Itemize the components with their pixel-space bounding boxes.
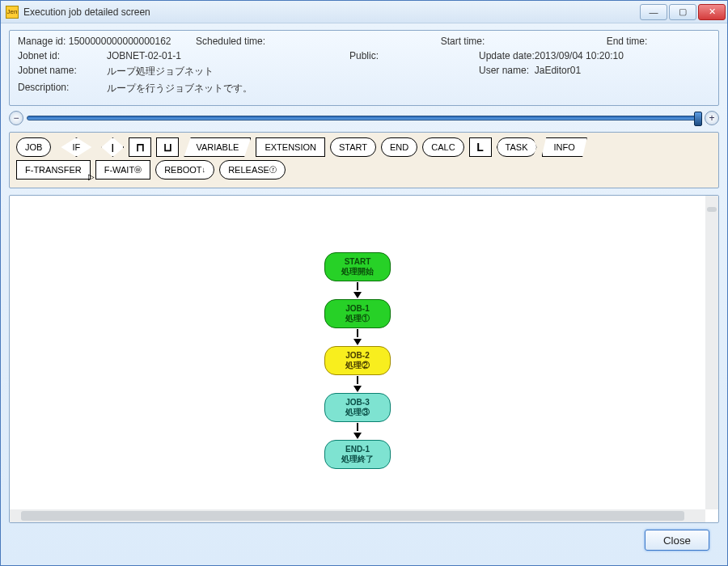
window-buttons: — ▢ ✕ xyxy=(640,4,726,20)
maximize-button[interactable]: ▢ xyxy=(669,4,696,20)
footer: Close xyxy=(9,523,719,557)
horizontal-scrollbar[interactable] xyxy=(10,509,705,522)
minimize-button[interactable]: — xyxy=(640,4,667,20)
jobnet-name-value: ループ処理ジョブネット xyxy=(107,65,214,78)
flow-node-start[interactable]: START処理開始 xyxy=(324,252,391,281)
palette-reboot[interactable]: REBOOT↓ xyxy=(155,160,214,180)
palette-info[interactable]: INFO xyxy=(542,137,587,157)
close-button[interactable]: Close xyxy=(645,530,709,551)
palette-fwait[interactable]: F-WAITⓦ xyxy=(95,160,150,180)
titlebar[interactable]: Jen Execution job detailed screen — ▢ ✕ xyxy=(1,1,727,23)
update-date-label: Update date: xyxy=(479,50,535,61)
palette-if[interactable]: IF xyxy=(56,137,96,157)
palette-end[interactable]: END xyxy=(381,137,417,157)
update-date-value: 2013/09/04 10:20:10 xyxy=(535,50,624,61)
manage-id-label: Manage id: xyxy=(18,36,66,47)
flow-connector xyxy=(353,423,362,439)
palette-variable[interactable]: VARIABLE xyxy=(184,137,251,157)
description-value: ループを行うジョブネットです。 xyxy=(107,82,252,95)
window-close-button[interactable]: ✕ xyxy=(698,4,726,20)
jobnet-name-label: Jobnet name: xyxy=(18,65,77,78)
palette-join-icon[interactable]: ⊔ xyxy=(156,137,179,157)
start-time-label: Start time: xyxy=(441,36,485,47)
jobnet-id-value: JOBNET-02-01-1 xyxy=(107,50,181,61)
vertical-scrollbar[interactable] xyxy=(705,196,718,509)
flow-node-job-1[interactable]: JOB-1処理① xyxy=(324,299,391,328)
palette-start[interactable]: START xyxy=(330,137,376,157)
app-window: Jen Execution job detailed screen — ▢ ✕ … xyxy=(0,0,728,566)
slider-minus-button[interactable]: − xyxy=(9,111,23,125)
end-time-label: End time: xyxy=(607,36,648,47)
palette-extension[interactable]: EXTENSION xyxy=(256,137,325,157)
public-label: Public: xyxy=(349,50,379,61)
palette-fork-icon[interactable]: ⊓ xyxy=(129,137,151,157)
description-label: Description: xyxy=(18,82,69,95)
slider-plus-button[interactable]: + xyxy=(705,111,719,125)
flow-diagram: START処理開始JOB-1処理①JOB-2処理②JOB-3処理③END-1処理… xyxy=(324,252,391,469)
flow-canvas[interactable]: START処理開始JOB-1処理①JOB-2処理②JOB-3処理③END-1処理… xyxy=(9,195,719,523)
palette-release[interactable]: RELEASEⓡ xyxy=(219,160,286,180)
palette-ftransfer[interactable]: F-TRANSFER▷ xyxy=(16,160,91,180)
node-palette: JOB IF | ⊓ ⊔ VARIABLE EXTENSION START EN… xyxy=(9,132,719,188)
palette-calc[interactable]: CALC xyxy=(422,137,463,157)
slider-thumb[interactable] xyxy=(694,112,702,126)
flow-connector xyxy=(353,376,362,392)
timeline-slider[interactable]: − + xyxy=(9,111,719,125)
user-name-value: JaEditor01 xyxy=(535,65,581,78)
flow-connector xyxy=(353,282,362,298)
manage-id-value: 1500000000000000162 xyxy=(69,36,171,47)
palette-job[interactable]: JOB xyxy=(16,137,51,157)
palette-loop-icon[interactable]: L xyxy=(469,137,492,157)
window-title: Execution job detailed screen xyxy=(23,6,640,18)
palette-task[interactable]: TASK xyxy=(497,137,537,157)
scheduled-time-label: Scheduled time: xyxy=(196,36,265,47)
content-area: Manage id: 1500000000000000162 Scheduled… xyxy=(1,23,727,565)
flow-node-job-2[interactable]: JOB-2処理② xyxy=(324,346,391,375)
app-icon: Jen xyxy=(6,6,19,19)
arrow-icon: ▷ xyxy=(88,172,95,181)
flow-connector xyxy=(353,329,362,345)
jobnet-id-label: Jobnet id: xyxy=(18,50,60,61)
user-name-label: User name: xyxy=(479,65,529,78)
info-panel: Manage id: 1500000000000000162 Scheduled… xyxy=(9,30,719,106)
palette-branch-icon[interactable]: | xyxy=(101,137,124,157)
flow-node-job-3[interactable]: JOB-3処理③ xyxy=(324,393,391,422)
flow-node-end-1[interactable]: END-1処理終了 xyxy=(324,440,391,469)
flow-canvas-inner[interactable]: START処理開始JOB-1処理①JOB-2処理②JOB-3処理③END-1処理… xyxy=(10,196,705,509)
slider-track[interactable] xyxy=(27,116,701,120)
